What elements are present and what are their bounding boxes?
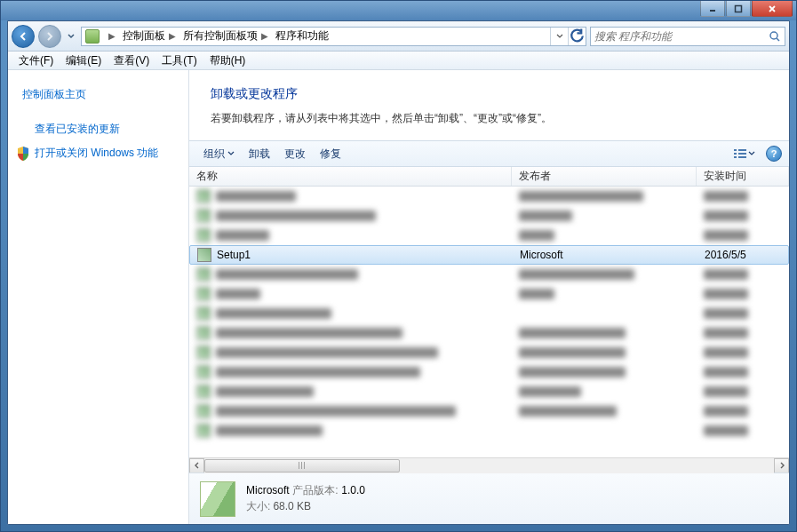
- svg-point-2: [770, 32, 777, 39]
- window-frame: ▶ 控制面板▶ 所有控制面板项▶ 程序和功能 文件(F) 编辑(E) 查看(V)…: [0, 0, 797, 532]
- list-item-selected[interactable]: Setup1 Microsoft 2016/5/5: [189, 245, 789, 265]
- main: 卸载或更改程序 若要卸载程序，请从列表中将其选中，然后单击“卸载”、“更改”或“…: [189, 70, 789, 524]
- column-date[interactable]: 安装时间: [697, 167, 789, 186]
- list-item[interactable]: [189, 265, 789, 284]
- horizontal-scrollbar[interactable]: [189, 457, 789, 472]
- list-item[interactable]: [189, 382, 789, 401]
- sidebar-windows-features[interactable]: 打开或关闭 Windows 功能: [17, 141, 179, 165]
- app-name: Setup1: [217, 249, 251, 261]
- sidebar-home[interactable]: 控制面板主页: [17, 83, 179, 107]
- sidebar-installed-updates[interactable]: 查看已安装的更新: [17, 117, 179, 141]
- list-item[interactable]: [189, 226, 789, 245]
- svg-rect-1: [736, 5, 742, 12]
- scroll-right-button[interactable]: [774, 458, 789, 473]
- svg-line-3: [777, 38, 779, 41]
- help-button[interactable]: ?: [766, 146, 782, 162]
- scroll-left-button[interactable]: [189, 458, 204, 473]
- app-publisher: Microsoft: [520, 249, 563, 261]
- breadcrumb-label: 控制面板: [123, 28, 165, 44]
- menubar: 文件(F) 编辑(E) 查看(V) 工具(T) 帮助(H): [8, 52, 789, 70]
- page-desc: 若要卸载程序，请从列表中将其选中，然后单击“卸载”、“更改”或“修复”。: [211, 111, 768, 126]
- list-item[interactable]: [189, 206, 789, 226]
- forward-button[interactable]: [38, 25, 61, 48]
- shield-icon: [17, 147, 29, 161]
- breadcrumb-sep-root[interactable]: ▶: [103, 28, 121, 45]
- navbar: ▶ 控制面板▶ 所有控制面板项▶ 程序和功能: [8, 21, 789, 52]
- list-item[interactable]: [189, 284, 789, 304]
- svg-rect-5: [734, 153, 737, 155]
- close-button[interactable]: [752, 1, 793, 17]
- svg-rect-6: [734, 156, 737, 158]
- page-title: 卸载或更改程序: [211, 86, 768, 102]
- view-icon: [734, 148, 746, 159]
- search-input[interactable]: [594, 30, 769, 43]
- list-header: 名称 发布者 安装时间: [189, 167, 789, 187]
- heading: 卸载或更改程序 若要卸载程序，请从列表中将其选中，然后单击“卸载”、“更改”或“…: [189, 70, 789, 131]
- menu-view[interactable]: 查看(V): [108, 52, 155, 70]
- toolbar: 组织 卸载 更改 修复 ?: [189, 140, 789, 167]
- toolbar-repair[interactable]: 修复: [313, 144, 348, 164]
- list-item[interactable]: [189, 304, 789, 323]
- list-item[interactable]: [189, 362, 789, 382]
- details-version-label: 产品版本:: [292, 484, 338, 496]
- menu-edit[interactable]: 编辑(E): [60, 52, 107, 70]
- sidebar-item-label: 打开或关闭 Windows 功能: [35, 146, 158, 161]
- svg-rect-9: [738, 156, 746, 158]
- menu-tools[interactable]: 工具(T): [156, 52, 202, 70]
- toolbar-uninstall[interactable]: 卸载: [242, 144, 277, 164]
- details-title: Microsoft: [246, 484, 290, 496]
- search-icon: [769, 30, 781, 43]
- details-size: 68.0 KB: [273, 500, 311, 512]
- menu-help[interactable]: 帮助(H): [204, 52, 251, 70]
- details-pane: Microsoft 产品版本: 1.0.0 大小: 68.0 KB: [189, 472, 789, 524]
- list-item[interactable]: [189, 401, 789, 421]
- breadcrumb-label: 所有控制面板项: [183, 28, 258, 44]
- breadcrumb-item-2[interactable]: 程序和功能: [274, 28, 331, 45]
- titlebar: [1, 1, 796, 20]
- list-item[interactable]: [189, 323, 789, 343]
- details-icon: [200, 481, 235, 517]
- window-chrome: ▶ 控制面板▶ 所有控制面板项▶ 程序和功能 文件(F) 编辑(E) 查看(V)…: [7, 20, 790, 525]
- app-date: 2016/5/5: [705, 249, 746, 261]
- svg-rect-4: [734, 149, 737, 151]
- address-dropdown[interactable]: [550, 28, 568, 45]
- scroll-track[interactable]: [204, 458, 774, 473]
- control-panel-icon: [85, 29, 100, 44]
- app-icon: [197, 248, 211, 262]
- list-item[interactable]: [189, 421, 789, 441]
- minimize-button[interactable]: [700, 1, 725, 17]
- list-item[interactable]: [189, 187, 789, 206]
- program-list[interactable]: Setup1 Microsoft 2016/5/5: [189, 187, 789, 457]
- details-size-label: 大小:: [246, 500, 270, 512]
- sidebar: 控制面板主页 查看已安装的更新 打开或关闭 Windows 功能: [8, 70, 189, 524]
- list-item[interactable]: [189, 343, 789, 362]
- scroll-thumb[interactable]: [204, 459, 400, 472]
- address-bar[interactable]: ▶ 控制面板▶ 所有控制面板项▶ 程序和功能: [81, 27, 586, 46]
- breadcrumb-item-1[interactable]: 所有控制面板项▶: [181, 28, 274, 45]
- refresh-button[interactable]: [568, 28, 586, 45]
- search-box[interactable]: [590, 27, 785, 46]
- svg-rect-7: [738, 149, 746, 151]
- toolbar-organize[interactable]: 组织: [196, 144, 242, 164]
- svg-rect-8: [738, 153, 746, 155]
- body: 控制面板主页 查看已安装的更新 打开或关闭 Windows 功能 卸载或更改程序…: [8, 70, 789, 524]
- back-button[interactable]: [12, 25, 35, 48]
- column-publisher[interactable]: 发布者: [512, 167, 697, 186]
- column-name[interactable]: 名称: [189, 167, 512, 186]
- breadcrumb-item-0[interactable]: 控制面板▶: [121, 28, 181, 45]
- breadcrumb-label: 程序和功能: [275, 28, 329, 44]
- nav-history-dropdown[interactable]: [65, 25, 77, 48]
- maximize-button[interactable]: [726, 1, 751, 17]
- menu-file[interactable]: 文件(F): [13, 52, 59, 70]
- view-mode-button[interactable]: [729, 144, 761, 163]
- toolbar-change[interactable]: 更改: [277, 144, 313, 164]
- details-version: 1.0.0: [341, 484, 365, 496]
